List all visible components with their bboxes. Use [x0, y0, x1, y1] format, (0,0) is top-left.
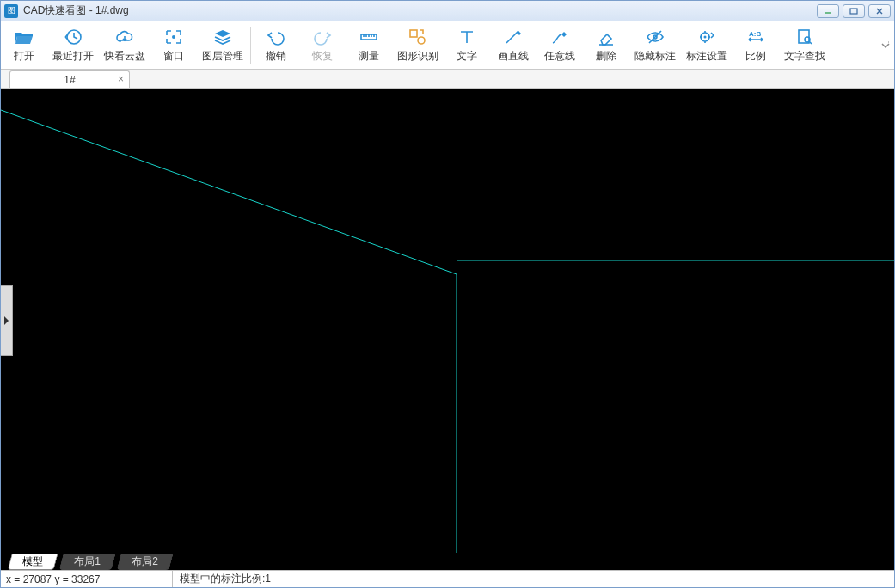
cloud-icon	[114, 27, 135, 47]
delete-button[interactable]: 删除	[583, 21, 629, 69]
shapes-icon	[408, 27, 428, 47]
recent-button[interactable]: 最近打开	[47, 21, 99, 69]
fit-window-icon	[163, 27, 184, 47]
hide-annot-label: 隐藏标注	[634, 49, 676, 64]
layers-icon	[212, 27, 233, 47]
recent-label: 最近打开	[52, 49, 94, 64]
layout-tab-layout2[interactable]: 布局2	[116, 554, 173, 570]
gear-annotation-icon	[696, 27, 717, 47]
ruler-icon	[359, 27, 379, 47]
text-icon	[457, 27, 477, 47]
status-coordinates: x = 27087 y = 33267	[1, 571, 173, 587]
ratio-button[interactable]: A:B 比例	[733, 21, 779, 69]
folder-open-icon	[14, 27, 34, 47]
eye-off-icon	[645, 27, 665, 47]
layers-label: 图层管理	[202, 49, 243, 64]
svg-line-17	[1, 110, 457, 274]
eraser-icon	[596, 27, 616, 47]
redo-button[interactable]: 恢复	[299, 21, 346, 69]
layout-tab-bar: 模型 布局1 布局2	[1, 553, 894, 570]
document-tab-close[interactable]: ×	[118, 73, 124, 85]
undo-button[interactable]: 撤销	[253, 21, 299, 69]
window-button[interactable]: 窗口	[150, 21, 197, 69]
side-panel-expand-handle[interactable]	[1, 285, 13, 356]
window-controls	[817, 4, 891, 18]
text-button[interactable]: 文字	[444, 21, 490, 69]
shape-rec-label: 图形识别	[397, 49, 438, 64]
history-icon	[63, 27, 83, 47]
freeline-button[interactable]: 任意线	[536, 21, 583, 69]
shape-recognition-button[interactable]: 图形识别	[392, 21, 444, 69]
text-search-button[interactable]: 文字查找	[779, 21, 831, 69]
svg-point-8	[418, 37, 425, 44]
line-button[interactable]: 画直线	[490, 21, 536, 69]
title-bar: 图 CAD快速看图 - 1#.dwg	[1, 1, 894, 21]
open-label: 打开	[14, 49, 34, 64]
text-label: 文字	[457, 49, 477, 64]
layout-tab-model[interactable]: 模型	[8, 554, 58, 570]
redo-icon	[312, 27, 333, 47]
svg-text:A:B: A:B	[749, 30, 761, 38]
document-tab-label: 1#	[64, 74, 75, 86]
ratio-icon: A:B	[745, 27, 766, 47]
hide-annotation-button[interactable]: 隐藏标注	[629, 21, 681, 69]
pencil-line-icon	[503, 27, 524, 47]
open-button[interactable]: 打开	[1, 21, 47, 69]
svg-rect-1	[850, 9, 857, 14]
status-scale: 模型中的标注比例:1	[173, 572, 271, 586]
layout-tab-layout1[interactable]: 布局1	[59, 554, 116, 570]
cloud-label: 快看云盘	[104, 49, 145, 64]
document-tab-bar: 1# ×	[1, 70, 894, 89]
redo-label: 恢复	[312, 49, 333, 64]
maximize-button[interactable]	[843, 4, 865, 18]
toolbar-overflow-button[interactable]	[877, 21, 894, 69]
undo-icon	[266, 27, 286, 47]
minimize-button[interactable]	[817, 4, 839, 18]
freeline-label: 任意线	[544, 49, 575, 64]
text-search-label: 文字查找	[784, 49, 825, 64]
main-toolbar: 打开 最近打开 快看云盘 窗口 图层管理	[1, 21, 894, 70]
drawing-canvas[interactable]	[1, 89, 894, 553]
svg-point-5	[172, 35, 175, 39]
svg-point-12	[704, 36, 707, 39]
window-label: 窗口	[163, 49, 184, 64]
app-window: 图 CAD快速看图 - 1#.dwg 打开 最近打开	[0, 0, 895, 588]
status-bar: x = 27087 y = 33267 模型中的标注比例:1	[1, 570, 894, 587]
annot-set-label: 标注设置	[686, 49, 727, 64]
cloud-button[interactable]: 快看云盘	[99, 21, 150, 69]
svg-rect-7	[410, 30, 417, 37]
line-label: 画直线	[498, 49, 529, 64]
ratio-label: 比例	[745, 49, 766, 64]
search-document-icon	[794, 27, 815, 47]
annotation-settings-button[interactable]: 标注设置	[681, 21, 733, 69]
app-icon: 图	[4, 4, 18, 18]
close-button[interactable]	[868, 4, 891, 18]
undo-label: 撤销	[266, 49, 286, 64]
layers-button[interactable]: 图层管理	[197, 21, 248, 69]
measure-label: 测量	[359, 49, 379, 64]
document-tab[interactable]: 1# ×	[9, 70, 130, 88]
toolbar-separator	[250, 27, 251, 64]
measure-button[interactable]: 测量	[346, 21, 392, 69]
window-title: CAD快速看图 - 1#.dwg	[23, 3, 817, 18]
pencil-curve-icon	[549, 27, 570, 47]
delete-label: 删除	[596, 49, 616, 64]
drawing-content	[1, 89, 894, 553]
